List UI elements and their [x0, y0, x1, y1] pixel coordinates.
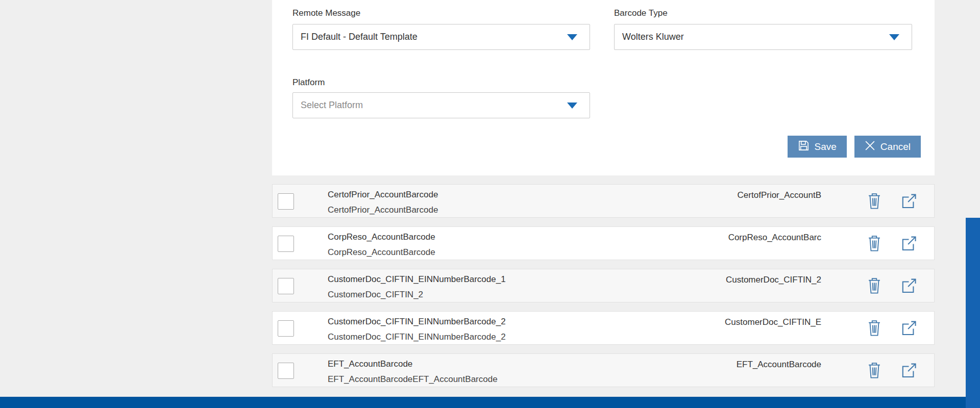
row-checkbox[interactable] [278, 193, 294, 210]
row-name: CustomerDoc_CIFTIN_EINNumberBarcode_1 [328, 274, 506, 285]
row-name: CustomerDoc_CIFTIN_EINNumberBarcode_2 [328, 316, 506, 327]
row-subtitle: CustomerDoc_CIFTIN_2 [328, 289, 506, 300]
trash-icon [867, 330, 882, 338]
barcode-type-select[interactable]: Wolters Kluwer [614, 24, 912, 50]
save-button-label: Save [815, 141, 837, 152]
open-button[interactable] [900, 362, 917, 379]
platform-select[interactable]: Select Platform [292, 92, 590, 118]
row-subtitle: CertofPrior_AccountBarcode [328, 205, 438, 215]
remote-message-label: Remote Message [292, 8, 360, 18]
row-checkbox[interactable] [278, 363, 294, 379]
bottom-bar [0, 397, 980, 408]
cancel-button[interactable]: Cancel [854, 136, 921, 158]
open-button[interactable] [900, 320, 917, 337]
form-actions: Save Cancel [788, 136, 921, 158]
row-value: CertofPrior_AccountB [738, 190, 821, 200]
remote-message-value: FI Default - Default Template [301, 32, 418, 42]
open-button[interactable] [900, 193, 917, 210]
open-button[interactable] [900, 235, 917, 252]
row-checkbox[interactable] [278, 236, 294, 252]
row-value: CustomerDoc_CIFTIN_2 [726, 275, 821, 285]
open-in-new-icon [900, 373, 917, 380]
save-floppy-icon [798, 140, 810, 154]
trash-icon [867, 203, 882, 211]
scrollbar-thumb[interactable] [966, 218, 980, 408]
cancel-button-label: Cancel [880, 141, 911, 152]
barcode-type-value: Wolters Kluwer [622, 32, 684, 42]
open-in-new-icon [900, 203, 917, 211]
barcode-type-label: Barcode Type [614, 8, 668, 18]
delete-button[interactable] [867, 235, 882, 252]
x-icon [865, 140, 875, 154]
row-name: EFT_AccountBarcode [328, 359, 498, 369]
table-row: CustomerDoc_CIFTIN_EINNumberBarcode_2 Cu… [272, 311, 935, 345]
screen: Remote Message FI Default - Default Temp… [0, 0, 980, 408]
chevron-down-icon [889, 34, 899, 40]
table-row: EFT_AccountBarcode EFT_AccountBarcodeEFT… [272, 353, 935, 387]
table-row: CorpReso_AccountBarcode CorpReso_Account… [272, 226, 935, 260]
barcode-list: CertofPrior_AccountBarcode CertofPrior_A… [272, 184, 935, 396]
chevron-down-icon [567, 34, 577, 40]
platform-label: Platform [292, 78, 325, 88]
open-in-new-icon [900, 246, 917, 253]
row-value: EFT_AccountBarcode [737, 360, 821, 370]
open-button[interactable] [900, 277, 917, 294]
row-name: CorpReso_AccountBarcode [328, 232, 435, 242]
open-in-new-icon [900, 288, 917, 296]
row-value: CustomerDoc_CIFTIN_E [725, 317, 821, 327]
delete-button[interactable] [867, 277, 882, 294]
row-name: CertofPrior_AccountBarcode [328, 189, 438, 200]
trash-icon [867, 246, 882, 253]
table-row: CertofPrior_AccountBarcode CertofPrior_A… [272, 184, 935, 218]
delete-button[interactable] [867, 319, 882, 337]
form-panel: Remote Message FI Default - Default Temp… [272, 0, 935, 175]
save-button[interactable]: Save [788, 136, 847, 158]
row-value: CorpReso_AccountBarc [728, 233, 821, 243]
trash-icon [867, 288, 882, 296]
row-subtitle: CorpReso_AccountBarcode [328, 247, 435, 258]
delete-button[interactable] [867, 192, 882, 210]
remote-message-select[interactable]: FI Default - Default Template [292, 24, 590, 50]
row-subtitle: EFT_AccountBarcodeEFT_AccountBarcode [328, 374, 498, 385]
delete-button[interactable] [867, 362, 882, 379]
chevron-down-icon [567, 103, 577, 109]
platform-placeholder: Select Platform [301, 100, 363, 111]
trash-icon [867, 373, 882, 380]
row-checkbox[interactable] [278, 320, 294, 337]
open-in-new-icon [900, 330, 917, 338]
row-subtitle: CustomerDoc_CIFTIN_EINNumberBarcode_2 [328, 332, 506, 342]
table-row: CustomerDoc_CIFTIN_EINNumberBarcode_1 Cu… [272, 269, 935, 302]
row-checkbox[interactable] [278, 278, 294, 294]
